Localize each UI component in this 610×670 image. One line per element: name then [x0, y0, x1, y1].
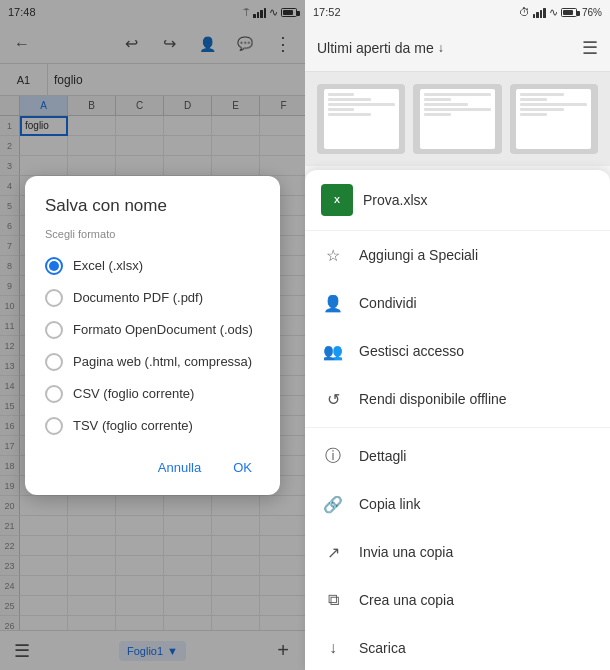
copy-icon: ⧉	[321, 588, 345, 612]
menu-item-create-copy[interactable]: ⧉Crea una copia	[305, 576, 610, 624]
right-header: Ultimi aperti da me ↓ ☰	[305, 24, 610, 72]
send-icon: ↗	[321, 540, 345, 564]
menu-item-share[interactable]: 👤Condividi	[305, 279, 610, 327]
dialog-title: Salva con nome	[45, 196, 260, 216]
option-pdf-label: Documento PDF (.pdf)	[73, 290, 203, 305]
download-icon: ↓	[321, 636, 345, 660]
thumb-line	[520, 103, 587, 106]
thumbnail-3[interactable]	[510, 84, 598, 154]
cancel-button[interactable]: Annulla	[150, 456, 209, 479]
thumb-line	[424, 103, 468, 106]
left-panel: 17:48 ⍑ ∿ ← ↩ ↪ 👤 💬 ⋮ A1 foglio	[0, 0, 305, 670]
xlsx-icon-label: X	[334, 195, 340, 205]
link-icon: 🔗	[321, 492, 345, 516]
right-header-title: Ultimi aperti da me ↓	[317, 40, 444, 56]
option-html-label: Pagina web (.html, compressa)	[73, 354, 252, 369]
thumb-line	[424, 98, 451, 101]
star-icon: ☆	[321, 243, 345, 267]
info-icon: ⓘ	[321, 444, 345, 468]
right-battery-label: 76%	[582, 7, 602, 18]
thumb-line	[328, 108, 355, 111]
option-xlsx-label: Excel (.xlsx)	[73, 258, 143, 273]
menu-item-send-copy[interactable]: ↗Invia una copia	[305, 528, 610, 576]
radio-tsv[interactable]	[45, 417, 63, 435]
option-ods[interactable]: Formato OpenDocument (.ods)	[45, 314, 260, 346]
header-arrow-icon: ↓	[438, 41, 444, 55]
option-tsv[interactable]: TSV (foglio corrente)	[45, 410, 260, 442]
thumb-line	[328, 113, 372, 116]
thumb-line	[520, 98, 547, 101]
thumbnail-1-inner	[324, 89, 399, 149]
right-status-bar: 17:52 ⏱ ∿ 76%	[305, 0, 610, 24]
file-name: Prova.xlsx	[363, 192, 428, 208]
thumb-line	[424, 93, 491, 96]
xlsx-icon: X	[321, 184, 353, 216]
menu-label-download: Scarica	[359, 640, 406, 656]
thumb-line	[520, 113, 547, 116]
option-ods-label: Formato OpenDocument (.ods)	[73, 322, 253, 337]
option-csv[interactable]: CSV (foglio corrente)	[45, 378, 260, 410]
right-alarm-icon: ⏱	[519, 6, 530, 18]
manage-icon: 👥	[321, 339, 345, 363]
radio-xlsx[interactable]	[45, 257, 63, 275]
share-icon: 👤	[321, 291, 345, 315]
menu-item-copy-link[interactable]: 🔗Copia link	[305, 480, 610, 528]
menu-item-manage-access[interactable]: 👥Gestisci accesso	[305, 327, 610, 375]
menu-label-manage-access: Gestisci accesso	[359, 343, 464, 359]
thumb-line	[328, 93, 355, 96]
radio-csv[interactable]	[45, 385, 63, 403]
right-menu: ☆Aggiungi a Speciali👤Condividi👥Gestisci …	[305, 231, 610, 670]
menu-item-add-specials[interactable]: ☆Aggiungi a Speciali	[305, 231, 610, 279]
ok-button[interactable]: OK	[225, 456, 260, 479]
menu-label-details: Dettagli	[359, 448, 406, 464]
option-tsv-label: TSV (foglio corrente)	[73, 418, 193, 433]
thumb-line	[424, 108, 491, 111]
menu-label-add-specials: Aggiungi a Speciali	[359, 247, 478, 263]
menu-label-offline: Rendi disponibile offline	[359, 391, 507, 407]
thumbnail-2[interactable]	[413, 84, 501, 154]
header-title-text: Ultimi aperti da me	[317, 40, 434, 56]
dialog-subtitle: Scegli formato	[45, 228, 260, 240]
menu-label-copy-link: Copia link	[359, 496, 420, 512]
thumbnail-3-inner	[516, 89, 591, 149]
thumbnail-1[interactable]	[317, 84, 405, 154]
right-wifi-icon: ∿	[549, 6, 558, 19]
option-csv-label: CSV (foglio corrente)	[73, 386, 194, 401]
menu-label-send-copy: Invia una copia	[359, 544, 453, 560]
option-pdf[interactable]: Documento PDF (.pdf)	[45, 282, 260, 314]
save-dialog: Salva con nome Scegli formato Excel (.xl…	[25, 176, 280, 495]
radio-html[interactable]	[45, 353, 63, 371]
option-xlsx[interactable]: Excel (.xlsx)	[45, 250, 260, 282]
right-time: 17:52	[313, 6, 341, 18]
thumb-line	[328, 98, 372, 101]
right-status-icons: ⏱ ∿ 76%	[519, 6, 602, 19]
menu-item-offline[interactable]: ↺Rendi disponibile offline	[305, 375, 610, 423]
dialog-actions: Annulla OK	[45, 456, 260, 479]
radio-pdf[interactable]	[45, 289, 63, 307]
option-html[interactable]: Pagina web (.html, compressa)	[45, 346, 260, 378]
thumb-line	[520, 108, 564, 111]
menu-item-details[interactable]: ⓘDettagli	[305, 432, 610, 480]
dialog-overlay: Salva con nome Scegli formato Excel (.xl…	[0, 0, 305, 670]
menu-label-create-copy: Crea una copia	[359, 592, 454, 608]
menu-label-share: Condividi	[359, 295, 417, 311]
thumb-line	[328, 103, 395, 106]
bottom-sheet: X Prova.xlsx ☆Aggiungi a Speciali👤Condiv…	[305, 170, 610, 670]
menu-item-download[interactable]: ↓Scarica	[305, 624, 610, 670]
thumb-line	[520, 93, 564, 96]
right-panel: 17:52 ⏱ ∿ 76% Ultimi aperti da me ↓ ☰	[305, 0, 610, 670]
right-signal-icon	[533, 6, 546, 18]
offline-icon: ↺	[321, 387, 345, 411]
right-battery-icon	[561, 8, 577, 17]
menu-divider	[305, 427, 610, 428]
thumb-line	[424, 113, 451, 116]
list-view-button[interactable]: ☰	[582, 37, 598, 59]
file-header: X Prova.xlsx	[305, 170, 610, 231]
thumbnail-2-inner	[420, 89, 495, 149]
radio-ods[interactable]	[45, 321, 63, 339]
thumbnail-row	[305, 72, 610, 166]
